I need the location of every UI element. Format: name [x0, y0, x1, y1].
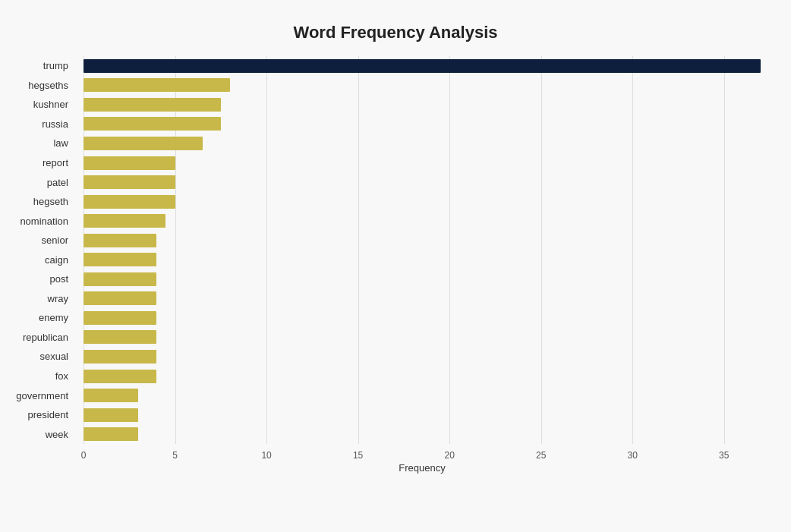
bar-fill: [84, 214, 165, 228]
bar-outer: [84, 272, 761, 286]
bar-row: law: [84, 136, 761, 151]
bar-outer: [84, 156, 761, 170]
bar-label: caign: [0, 254, 76, 266]
bar-fill: [84, 195, 175, 209]
bar-fill: [84, 272, 156, 286]
bar-label: fox: [0, 370, 76, 382]
bar-fill: [84, 117, 221, 131]
bar-label: law: [0, 137, 76, 149]
bar-label: patel: [0, 177, 76, 188]
bar-outer: [84, 427, 761, 441]
bar-fill: [84, 427, 138, 441]
x-axis-label: Frequency: [399, 462, 445, 474]
bar-label: post: [0, 273, 76, 285]
bars-wrapper: trumphegsethskushnerrussialawreportpatel…: [84, 56, 761, 444]
bar-outer: [84, 389, 761, 402]
bar-outer: [84, 137, 761, 150]
bar-outer: [84, 311, 761, 325]
chart-title: Word Frequency Analysis: [30, 23, 761, 42]
x-tick: 15: [353, 450, 363, 461]
bar-label: report: [0, 157, 76, 168]
x-tick: 20: [444, 450, 454, 461]
bar-fill: [84, 330, 156, 344]
bar-row: kushner: [84, 97, 761, 112]
bar-outer: [84, 291, 761, 305]
x-axis: Frequency 05101520253035: [84, 444, 761, 474]
bar-outer: [84, 195, 761, 209]
bar-row: president: [84, 408, 761, 423]
bar-label: kushner: [0, 99, 76, 110]
bar-label: enemy: [0, 312, 76, 323]
bar-row: hegseth: [84, 194, 761, 209]
bar-row: nomination: [84, 213, 761, 228]
bar-fill: [84, 78, 230, 92]
bar-row: trump: [84, 58, 761, 74]
bar-fill: [84, 311, 156, 325]
bar-outer: [84, 408, 761, 422]
bar-label: sexual: [0, 351, 76, 362]
bar-outer: [84, 253, 761, 266]
x-tick: 25: [536, 450, 546, 461]
bar-label: government: [0, 390, 76, 401]
bar-fill: [84, 156, 175, 170]
bar-row: hegseths: [84, 77, 761, 93]
bar-row: russia: [84, 116, 761, 131]
bar-row: enemy: [84, 310, 761, 326]
bar-fill: [84, 408, 138, 422]
bar-outer: [84, 234, 761, 247]
x-tick: 5: [172, 450, 178, 461]
bar-row: caign: [84, 252, 761, 267]
bar-row: report: [84, 156, 761, 171]
bar-row: post: [84, 272, 761, 287]
bar-fill: [84, 234, 156, 247]
bar-label: trump: [0, 60, 76, 71]
x-tick: 0: [81, 450, 87, 461]
bar-outer: [84, 214, 761, 228]
bar-label: republican: [0, 332, 76, 343]
bar-label: wray: [0, 293, 76, 304]
bar-fill: [84, 98, 221, 112]
bar-label: russia: [0, 118, 76, 130]
bar-fill: [84, 291, 156, 305]
bar-fill: [84, 137, 203, 150]
bar-label: week: [0, 429, 76, 440]
bar-label: hegseths: [0, 80, 76, 91]
bar-row: senior: [84, 233, 761, 248]
bar-row: patel: [84, 175, 761, 190]
chart-area: trumphegsethskushnerrussialawreportpatel…: [84, 56, 761, 474]
bar-fill: [84, 59, 761, 73]
bar-row: fox: [84, 369, 761, 384]
chart-container: Word Frequency Analysis trumphegsethskus…: [0, 0, 791, 532]
x-tick: 35: [719, 450, 729, 461]
bar-row: sexual: [84, 349, 761, 364]
bar-outer: [84, 350, 761, 364]
bar-row: wray: [84, 291, 761, 306]
bar-label: hegseth: [0, 196, 76, 207]
bar-label: president: [0, 409, 76, 420]
bar-fill: [84, 389, 138, 402]
bar-row: week: [84, 427, 761, 442]
bar-fill: [84, 175, 175, 189]
bar-outer: [84, 78, 761, 92]
bar-outer: [84, 175, 761, 189]
bar-outer: [84, 98, 761, 112]
bar-fill: [84, 350, 156, 364]
x-tick: 10: [261, 450, 271, 461]
bar-outer: [84, 59, 761, 73]
bar-outer: [84, 330, 761, 344]
bar-row: government: [84, 388, 761, 403]
bar-outer: [84, 117, 761, 131]
bar-row: republican: [84, 329, 761, 345]
bar-label: nomination: [0, 216, 76, 227]
bar-fill: [84, 253, 156, 266]
bar-label: senior: [0, 235, 76, 246]
x-tick: 30: [628, 450, 638, 461]
bar-outer: [84, 370, 761, 383]
bar-fill: [84, 370, 156, 383]
